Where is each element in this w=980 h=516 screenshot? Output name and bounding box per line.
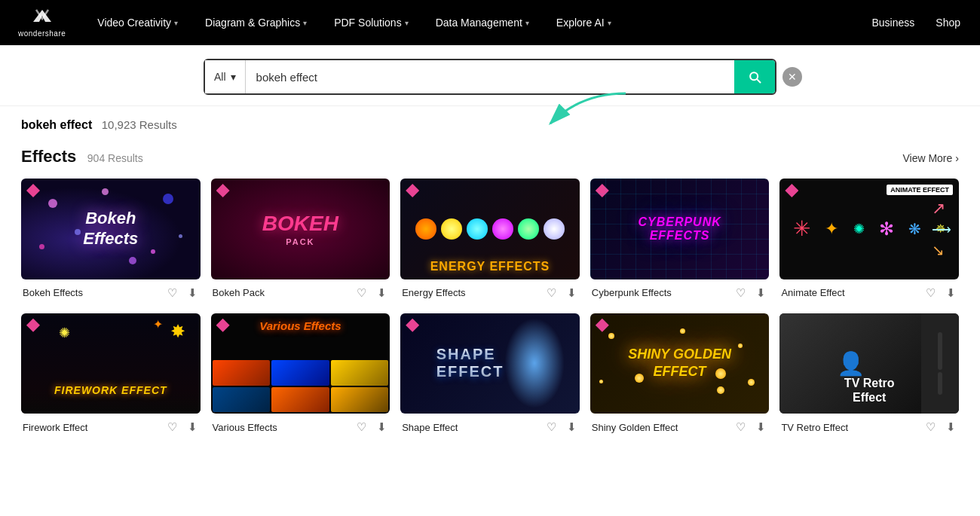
card-retro-thumb: 👤 TV RetroEffect (779, 313, 959, 414)
card-bokeh-effects-download[interactable]: ⬇ (186, 285, 199, 301)
nav-diagram-graphics[interactable]: Diagram & Graphics ▾ (204, 14, 308, 32)
card-shape-thumb: SHAPE EFFECT (400, 313, 580, 414)
card-firework-like[interactable]: ♡ (166, 419, 179, 435)
search-section: All ▾ ✕ (0, 45, 980, 106)
search-button[interactable] (734, 60, 775, 93)
card-bokeh-pack[interactable]: BOKEH PACK Bokeh Pack ♡ ⬇ (211, 179, 390, 303)
card-bokeh-effects[interactable]: BokehEffects Bokeh Effects ♡ ⬇ (21, 179, 201, 303)
results-info: bokeh effect 10,923 Results (0, 106, 980, 132)
firework-title: FIREWORK EFFECT (54, 384, 167, 396)
nav-video-creativity-chevron: ▾ (174, 19, 178, 27)
card-animate-effect[interactable]: ✳ ✦ ✺ ✻ ❋ ✵ ↗ ⟶ ↘ ANIMATE EFFECT Animate… (779, 179, 959, 303)
card-firework-download[interactable]: ⬇ (186, 419, 199, 435)
energy-title: ENERGY EFFECTS (430, 260, 550, 273)
view-more-label: View More (902, 152, 952, 164)
effects-section-title-group: Effects 904 Results (21, 147, 143, 166)
nav-shop-label: Shop (936, 17, 960, 29)
card-shape-name: Shape Effect (402, 422, 458, 433)
card-animate-download[interactable]: ⬇ (945, 285, 957, 301)
view-more-chevron: › (955, 152, 959, 164)
nav-explore-ai-label: Explore AI (556, 17, 605, 29)
effects-section-title: Effects (21, 147, 76, 166)
nav-video-creativity[interactable]: Video Creativity ▾ (96, 14, 179, 32)
search-category-selector[interactable]: All ▾ (205, 60, 246, 93)
nav-pdf-solutions-label: PDF Solutions (334, 17, 401, 29)
bokeh-pack-sub: PACK (286, 237, 314, 246)
card-energy-download[interactable]: ⬇ (565, 285, 578, 301)
card-bokeh-effects-like[interactable]: ♡ (166, 285, 179, 301)
card-shape-effect[interactable]: SHAPE EFFECT Shape Effect ♡ ⬇ (400, 313, 580, 438)
card-bokeh-effects-actions: ♡ ⬇ (166, 285, 199, 301)
card-bokeh-effects-label: Bokeh Effects ♡ ⬇ (21, 279, 201, 303)
nav-video-creativity-label: Video Creativity (97, 17, 171, 29)
effects-section: Effects 904 Results View More › (0, 132, 980, 437)
nav-data-management[interactable]: Data Management ▾ (434, 14, 531, 32)
effects-grid-row1: BokehEffects Bokeh Effects ♡ ⬇ BOKEH PAC… (21, 179, 959, 303)
nav-data-management-label: Data Management (436, 17, 522, 29)
card-energy-thumb: ENERGY EFFECTS (400, 179, 580, 279)
card-golden-download[interactable]: ⬇ (755, 419, 767, 435)
card-animate-name: Animate Effect (781, 287, 844, 298)
nav-business-label: Business (871, 17, 914, 29)
card-energy-like[interactable]: ♡ (545, 285, 558, 301)
card-retro-download[interactable]: ⬇ (945, 419, 957, 435)
card-cyberpunk-like[interactable]: ♡ (734, 285, 747, 301)
card-firework-name: Firework Effect (23, 422, 87, 433)
golden-title: SHINY GOLDENEFFECT (628, 346, 731, 381)
nav-business[interactable]: Business (870, 14, 916, 32)
card-golden-thumb: SHINY GOLDENEFFECT (590, 313, 770, 414)
card-firework-thumb: ✸ ✦ ✺ FIREWORK EFFECT (21, 313, 201, 414)
card-various-like[interactable]: ♡ (355, 419, 368, 435)
card-bokeh-pack-download[interactable]: ⬇ (375, 285, 388, 301)
card-various-download[interactable]: ⬇ (375, 419, 388, 435)
card-firework-effect[interactable]: ✸ ✦ ✺ FIREWORK EFFECT Firework Effect ♡ … (21, 313, 201, 438)
search-category-chevron: ▾ (231, 71, 236, 83)
card-cyberpunk-thumb: CYBERPUNKEFFECTS (590, 179, 770, 279)
results-query-term: bokeh effect (21, 118, 92, 131)
card-bokeh-pack-like[interactable]: ♡ (355, 285, 368, 301)
search-category-label: All (214, 71, 226, 83)
card-cyberpunk-effects[interactable]: CYBERPUNKEFFECTS Cyberpunk Effects ♡ ⬇ (590, 179, 770, 303)
card-retro-name: TV Retro Effect (781, 422, 848, 433)
card-energy-effects[interactable]: ENERGY EFFECTS Energy Effects ♡ ⬇ (400, 179, 580, 303)
nav-explore-ai-chevron: ▾ (608, 19, 611, 27)
card-various-effects[interactable]: Various Effects Various Effects ♡ ⬇ (211, 313, 390, 438)
effects-section-header: Effects 904 Results View More › (21, 147, 959, 166)
premium-badge (26, 319, 40, 332)
card-golden-name: Shiny Golden Effect (592, 422, 678, 433)
search-bar: All ▾ ✕ (204, 59, 776, 95)
card-energy-name: Energy Effects (402, 287, 465, 298)
nav-right: Business Shop (870, 14, 962, 32)
card-bokeh-effects-thumb: BokehEffects (21, 179, 201, 279)
view-more-button[interactable]: View More › (902, 152, 959, 164)
logo[interactable]: wondershare (18, 8, 66, 38)
card-shape-like[interactable]: ♡ (545, 419, 558, 435)
card-bokeh-pack-thumb: BOKEH PACK (211, 179, 390, 279)
retro-title: TV RetroEffect (844, 376, 895, 405)
nav-explore-ai[interactable]: Explore AI ▾ (555, 14, 613, 32)
shape-title: SHAPE EFFECT (436, 346, 504, 380)
card-animate-like[interactable]: ♡ (924, 285, 937, 301)
card-various-name: Various Effects (213, 422, 277, 433)
bokeh-pack-title: BOKEH (262, 212, 338, 236)
effects-grid-row2: ✸ ✦ ✺ FIREWORK EFFECT Firework Effect ♡ … (21, 313, 959, 438)
search-input[interactable] (246, 60, 734, 93)
search-clear-button[interactable]: ✕ (782, 67, 802, 87)
card-bokeh-pack-label: Bokeh Pack ♡ ⬇ (211, 279, 390, 303)
card-retro-like[interactable]: ♡ (924, 419, 937, 435)
various-title: Various Effects (259, 319, 341, 332)
card-shape-download[interactable]: ⬇ (565, 419, 578, 435)
card-various-thumb: Various Effects (211, 313, 390, 414)
card-golden-like[interactable]: ♡ (734, 419, 747, 435)
card-tv-retro[interactable]: 👤 TV RetroEffect TV Retro Effect ♡ ⬇ (779, 313, 959, 438)
logo-icon (30, 8, 54, 28)
nav-pdf-solutions-chevron: ▾ (405, 19, 409, 27)
results-count: 10,923 Results (102, 118, 177, 131)
nav-pdf-solutions[interactable]: PDF Solutions ▾ (332, 14, 409, 32)
card-shiny-golden[interactable]: SHINY GOLDENEFFECT Shiny Golden Effect ♡… (590, 313, 770, 438)
search-clear-icon: ✕ (788, 71, 797, 83)
nav-shop[interactable]: Shop (934, 14, 962, 32)
nav-diagram-graphics-chevron: ▾ (303, 19, 307, 27)
effects-section-count: 904 Results (87, 152, 143, 164)
card-cyberpunk-download[interactable]: ⬇ (755, 285, 767, 301)
